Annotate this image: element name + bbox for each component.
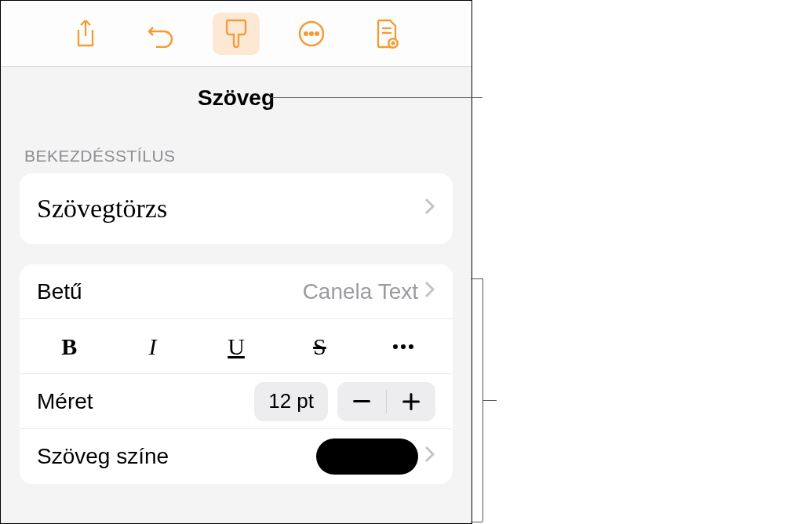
font-value: Canela Text [303, 279, 418, 304]
text-color-label: Szöveg színe [37, 444, 169, 469]
paragraph-style-card: Szövegtörzs [20, 173, 453, 244]
font-label: Betű [37, 279, 82, 304]
size-label: Méret [37, 389, 93, 414]
font-row[interactable]: Betű Canela Text [20, 264, 453, 319]
text-format-card: Betű Canela Text B I U S Méret 12 pt [20, 264, 453, 484]
size-value[interactable]: 12 pt [254, 382, 328, 421]
paragraph-style-header: Bekezdésstílus [1, 122, 472, 173]
svg-rect-12 [353, 400, 370, 402]
underline-button[interactable]: U [195, 319, 278, 373]
panel-title: Szöveg [1, 67, 472, 122]
size-stepper [337, 382, 435, 421]
svg-point-1 [304, 32, 308, 35]
text-color-row[interactable]: Szöveg színe [20, 429, 453, 484]
document-view-button[interactable] [363, 13, 410, 55]
size-controls: 12 pt [254, 382, 435, 421]
more-format-button[interactable] [362, 319, 445, 373]
paragraph-style-row[interactable]: Szövegtörzs [20, 173, 453, 244]
chevron-right-icon [424, 198, 435, 220]
text-color-value-wrap [316, 438, 435, 475]
text-color-swatch[interactable] [316, 438, 418, 475]
svg-point-9 [393, 344, 398, 349]
paragraph-style-value: Szövegtörzs [37, 194, 167, 224]
toolbar [1, 1, 472, 67]
share-button[interactable] [62, 13, 109, 55]
italic-button[interactable]: I [111, 319, 194, 373]
more-button[interactable] [288, 13, 335, 55]
callout-line [471, 278, 482, 279]
undo-button[interactable] [137, 13, 184, 55]
svg-point-11 [409, 344, 413, 349]
format-panel: Szöveg Bekezdésstílus Szövegtörzs Betű C… [0, 0, 472, 524]
svg-point-10 [401, 344, 406, 349]
bold-button[interactable]: B [27, 319, 111, 373]
chevron-right-icon [424, 281, 435, 303]
size-decrease-button[interactable] [337, 382, 386, 421]
size-increase-button[interactable] [387, 382, 435, 421]
strikethrough-button[interactable]: S [278, 319, 361, 373]
chevron-right-icon [424, 446, 435, 468]
callout-line [482, 400, 497, 401]
callout-line [271, 97, 482, 98]
svg-point-3 [315, 32, 319, 35]
size-row: Méret 12 pt [20, 374, 453, 429]
svg-point-2 [310, 32, 313, 35]
svg-rect-14 [410, 393, 413, 410]
callout-line [471, 522, 482, 522]
format-buttons-row: B I U S [20, 319, 453, 374]
format-brush-button[interactable] [213, 13, 260, 55]
svg-point-8 [392, 42, 394, 43]
font-value-wrap: Canela Text [303, 279, 435, 304]
